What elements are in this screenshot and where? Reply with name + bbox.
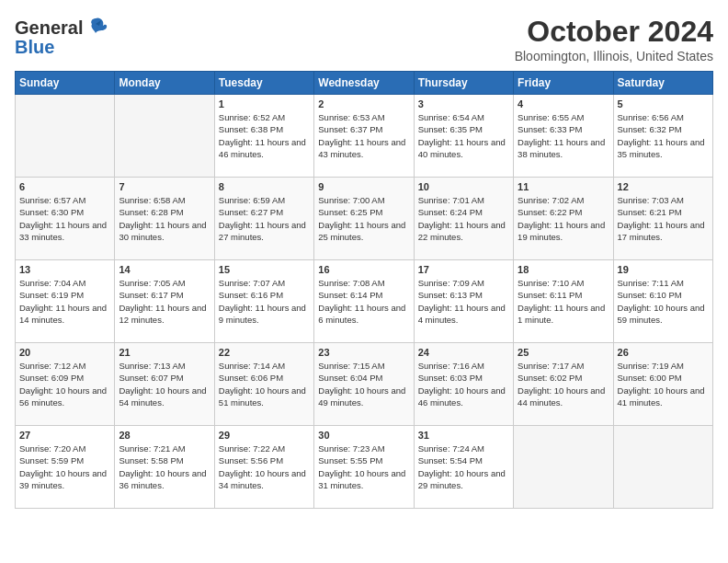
day-number: 13 — [19, 264, 110, 275]
calendar-cell: 24Sunrise: 7:16 AM Sunset: 6:03 PM Dayli… — [414, 343, 513, 426]
day-number: 6 — [19, 181, 110, 192]
calendar-header-tuesday: Tuesday — [214, 72, 313, 95]
calendar-cell: 9Sunrise: 7:00 AM Sunset: 6:25 PM Daylig… — [314, 178, 414, 260]
calendar-cell — [613, 426, 712, 509]
calendar-cell: 18Sunrise: 7:10 AM Sunset: 6:11 PM Dayli… — [514, 260, 613, 343]
day-number: 9 — [318, 181, 409, 192]
calendar-cell: 23Sunrise: 7:15 AM Sunset: 6:04 PM Dayli… — [314, 343, 414, 426]
day-number: 20 — [19, 347, 110, 358]
calendar-cell: 4Sunrise: 6:55 AM Sunset: 6:33 PM Daylig… — [514, 95, 613, 178]
day-info: Sunrise: 7:09 AM Sunset: 6:13 PM Dayligh… — [418, 277, 509, 326]
calendar-cell: 16Sunrise: 7:08 AM Sunset: 6:14 PM Dayli… — [314, 260, 414, 343]
day-info: Sunrise: 6:55 AM Sunset: 6:33 PM Dayligh… — [518, 111, 609, 160]
calendar-header-friday: Friday — [514, 72, 613, 95]
calendar-header-sunday: Sunday — [16, 72, 115, 95]
day-info: Sunrise: 6:58 AM Sunset: 6:28 PM Dayligh… — [119, 194, 210, 243]
calendar-cell: 28Sunrise: 7:21 AM Sunset: 5:58 PM Dayli… — [115, 426, 214, 509]
day-number: 21 — [119, 347, 210, 358]
day-number: 8 — [219, 181, 310, 192]
calendar-cell: 12Sunrise: 7:03 AM Sunset: 6:21 PM Dayli… — [613, 178, 712, 260]
calendar-cell: 31Sunrise: 7:24 AM Sunset: 5:54 PM Dayli… — [414, 426, 513, 509]
calendar-cell: 5Sunrise: 6:56 AM Sunset: 6:32 PM Daylig… — [613, 95, 712, 178]
day-number: 16 — [318, 264, 409, 275]
calendar-cell: 22Sunrise: 7:14 AM Sunset: 6:06 PM Dayli… — [214, 343, 313, 426]
calendar-header-saturday: Saturday — [613, 72, 712, 95]
day-info: Sunrise: 7:16 AM Sunset: 6:03 PM Dayligh… — [418, 360, 509, 408]
calendar-cell: 2Sunrise: 6:53 AM Sunset: 6:37 PM Daylig… — [314, 95, 414, 178]
day-number: 11 — [518, 181, 609, 192]
day-info: Sunrise: 7:15 AM Sunset: 6:04 PM Dayligh… — [318, 360, 409, 408]
day-info: Sunrise: 7:03 AM Sunset: 6:21 PM Dayligh… — [618, 194, 709, 243]
day-info: Sunrise: 7:23 AM Sunset: 5:55 PM Dayligh… — [318, 442, 409, 491]
calendar-week-4: 27Sunrise: 7:20 AM Sunset: 5:59 PM Dayli… — [16, 426, 713, 509]
calendar-cell: 26Sunrise: 7:19 AM Sunset: 6:00 PM Dayli… — [613, 343, 712, 426]
day-info: Sunrise: 7:14 AM Sunset: 6:06 PM Dayligh… — [219, 360, 310, 408]
day-number: 27 — [19, 430, 110, 441]
day-number: 15 — [219, 264, 310, 275]
day-info: Sunrise: 7:04 AM Sunset: 6:19 PM Dayligh… — [19, 277, 110, 326]
day-number: 19 — [618, 264, 709, 275]
day-info: Sunrise: 7:10 AM Sunset: 6:11 PM Dayligh… — [518, 277, 609, 326]
day-number: 14 — [119, 264, 210, 275]
logo-general: General — [15, 17, 83, 39]
day-info: Sunrise: 7:07 AM Sunset: 6:16 PM Dayligh… — [219, 277, 310, 326]
calendar-cell: 14Sunrise: 7:05 AM Sunset: 6:17 PM Dayli… — [115, 260, 214, 343]
day-info: Sunrise: 6:57 AM Sunset: 6:30 PM Dayligh… — [19, 194, 110, 243]
day-info: Sunrise: 6:54 AM Sunset: 6:35 PM Dayligh… — [418, 111, 509, 160]
day-info: Sunrise: 6:53 AM Sunset: 6:37 PM Dayligh… — [318, 111, 409, 160]
day-info: Sunrise: 7:08 AM Sunset: 6:14 PM Dayligh… — [318, 277, 409, 326]
day-number: 17 — [418, 264, 509, 275]
calendar-cell: 30Sunrise: 7:23 AM Sunset: 5:55 PM Dayli… — [314, 426, 414, 509]
day-number: 3 — [418, 98, 509, 109]
day-info: Sunrise: 7:22 AM Sunset: 5:56 PM Dayligh… — [219, 442, 310, 491]
logo: General Blue — [15, 15, 108, 58]
day-number: 23 — [318, 347, 409, 358]
day-info: Sunrise: 7:05 AM Sunset: 6:17 PM Dayligh… — [119, 277, 210, 326]
day-number: 10 — [418, 181, 509, 192]
calendar-cell: 6Sunrise: 6:57 AM Sunset: 6:30 PM Daylig… — [16, 178, 115, 260]
calendar-cell: 10Sunrise: 7:01 AM Sunset: 6:24 PM Dayli… — [414, 178, 513, 260]
day-info: Sunrise: 7:24 AM Sunset: 5:54 PM Dayligh… — [418, 442, 509, 491]
calendar-header-row: SundayMondayTuesdayWednesdayThursdayFrid… — [16, 72, 713, 95]
calendar-cell: 7Sunrise: 6:58 AM Sunset: 6:28 PM Daylig… — [115, 178, 214, 260]
day-number: 24 — [418, 347, 509, 358]
calendar-week-0: 1Sunrise: 6:52 AM Sunset: 6:38 PM Daylig… — [16, 95, 713, 178]
calendar-week-2: 13Sunrise: 7:04 AM Sunset: 6:19 PM Dayli… — [16, 260, 713, 343]
logo-bird-icon — [83, 15, 108, 40]
calendar-cell: 27Sunrise: 7:20 AM Sunset: 5:59 PM Dayli… — [16, 426, 115, 509]
day-info: Sunrise: 7:17 AM Sunset: 6:02 PM Dayligh… — [518, 360, 609, 408]
calendar-cell — [16, 95, 115, 178]
day-number: 18 — [518, 264, 609, 275]
day-number: 28 — [119, 430, 210, 441]
day-info: Sunrise: 7:12 AM Sunset: 6:09 PM Dayligh… — [19, 360, 110, 408]
calendar-week-1: 6Sunrise: 6:57 AM Sunset: 6:30 PM Daylig… — [16, 178, 713, 260]
day-info: Sunrise: 7:21 AM Sunset: 5:58 PM Dayligh… — [119, 442, 210, 491]
calendar-cell: 8Sunrise: 6:59 AM Sunset: 6:27 PM Daylig… — [214, 178, 313, 260]
day-number: 5 — [618, 98, 709, 109]
calendar-header-monday: Monday — [115, 72, 214, 95]
calendar-cell — [115, 95, 214, 178]
day-info: Sunrise: 7:20 AM Sunset: 5:59 PM Dayligh… — [19, 442, 110, 491]
calendar-cell: 20Sunrise: 7:12 AM Sunset: 6:09 PM Dayli… — [16, 343, 115, 426]
day-number: 31 — [418, 430, 509, 441]
day-info: Sunrise: 6:56 AM Sunset: 6:32 PM Dayligh… — [618, 111, 709, 160]
calendar-cell: 3Sunrise: 6:54 AM Sunset: 6:35 PM Daylig… — [414, 95, 513, 178]
day-info: Sunrise: 6:52 AM Sunset: 6:38 PM Dayligh… — [219, 111, 310, 160]
calendar-week-3: 20Sunrise: 7:12 AM Sunset: 6:09 PM Dayli… — [16, 343, 713, 426]
day-number: 1 — [219, 98, 310, 109]
day-number: 26 — [618, 347, 709, 358]
calendar-cell: 13Sunrise: 7:04 AM Sunset: 6:19 PM Dayli… — [16, 260, 115, 343]
day-number: 12 — [618, 181, 709, 192]
page-subtitle: Bloomington, Illinois, United States — [515, 49, 713, 63]
calendar-cell: 19Sunrise: 7:11 AM Sunset: 6:10 PM Dayli… — [613, 260, 712, 343]
calendar-cell: 21Sunrise: 7:13 AM Sunset: 6:07 PM Dayli… — [115, 343, 214, 426]
title-block: October 2024 Bloomington, Illinois, Unit… — [515, 15, 713, 63]
day-number: 2 — [318, 98, 409, 109]
day-number: 29 — [219, 430, 310, 441]
day-number: 4 — [518, 98, 609, 109]
calendar-cell: 29Sunrise: 7:22 AM Sunset: 5:56 PM Dayli… — [214, 426, 313, 509]
calendar-cell: 17Sunrise: 7:09 AM Sunset: 6:13 PM Dayli… — [414, 260, 513, 343]
calendar-header-wednesday: Wednesday — [314, 72, 414, 95]
calendar-cell — [514, 426, 613, 509]
day-number: 7 — [119, 181, 210, 192]
